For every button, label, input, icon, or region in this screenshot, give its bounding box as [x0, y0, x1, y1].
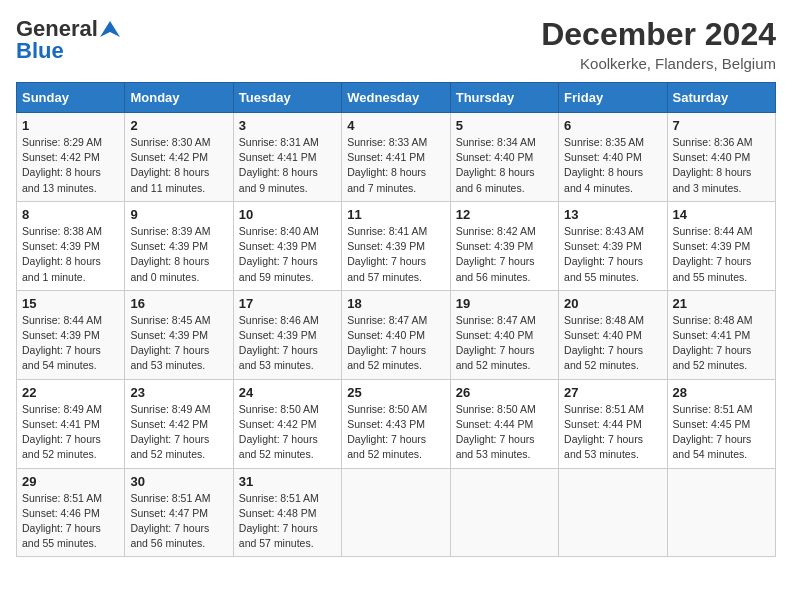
day-info: Sunrise: 8:47 AM Sunset: 4:40 PM Dayligh…	[347, 313, 444, 374]
calendar-cell: 20Sunrise: 8:48 AM Sunset: 4:40 PM Dayli…	[559, 290, 667, 379]
day-number: 23	[130, 385, 227, 400]
weekday-header-thursday: Thursday	[450, 83, 558, 113]
day-info: Sunrise: 8:31 AM Sunset: 4:41 PM Dayligh…	[239, 135, 336, 196]
weekday-header-row: SundayMondayTuesdayWednesdayThursdayFrid…	[17, 83, 776, 113]
day-info: Sunrise: 8:50 AM Sunset: 4:44 PM Dayligh…	[456, 402, 553, 463]
day-info: Sunrise: 8:51 AM Sunset: 4:48 PM Dayligh…	[239, 491, 336, 552]
calendar-cell: 1Sunrise: 8:29 AM Sunset: 4:42 PM Daylig…	[17, 113, 125, 202]
day-info: Sunrise: 8:43 AM Sunset: 4:39 PM Dayligh…	[564, 224, 661, 285]
day-info: Sunrise: 8:50 AM Sunset: 4:43 PM Dayligh…	[347, 402, 444, 463]
day-info: Sunrise: 8:30 AM Sunset: 4:42 PM Dayligh…	[130, 135, 227, 196]
calendar-cell: 8Sunrise: 8:38 AM Sunset: 4:39 PM Daylig…	[17, 201, 125, 290]
calendar-cell	[342, 468, 450, 557]
day-info: Sunrise: 8:34 AM Sunset: 4:40 PM Dayligh…	[456, 135, 553, 196]
logo: General Blue	[16, 16, 120, 64]
calendar-cell: 11Sunrise: 8:41 AM Sunset: 4:39 PM Dayli…	[342, 201, 450, 290]
calendar-cell: 6Sunrise: 8:35 AM Sunset: 4:40 PM Daylig…	[559, 113, 667, 202]
day-number: 16	[130, 296, 227, 311]
calendar-cell: 27Sunrise: 8:51 AM Sunset: 4:44 PM Dayli…	[559, 379, 667, 468]
calendar-cell: 21Sunrise: 8:48 AM Sunset: 4:41 PM Dayli…	[667, 290, 775, 379]
calendar-cell: 28Sunrise: 8:51 AM Sunset: 4:45 PM Dayli…	[667, 379, 775, 468]
calendar-week-row: 8Sunrise: 8:38 AM Sunset: 4:39 PM Daylig…	[17, 201, 776, 290]
day-number: 30	[130, 474, 227, 489]
day-number: 6	[564, 118, 661, 133]
day-number: 12	[456, 207, 553, 222]
calendar-cell: 23Sunrise: 8:49 AM Sunset: 4:42 PM Dayli…	[125, 379, 233, 468]
calendar-cell: 31Sunrise: 8:51 AM Sunset: 4:48 PM Dayli…	[233, 468, 341, 557]
calendar-table: SundayMondayTuesdayWednesdayThursdayFrid…	[16, 82, 776, 557]
day-info: Sunrise: 8:42 AM Sunset: 4:39 PM Dayligh…	[456, 224, 553, 285]
weekday-header-monday: Monday	[125, 83, 233, 113]
day-info: Sunrise: 8:36 AM Sunset: 4:40 PM Dayligh…	[673, 135, 770, 196]
day-number: 18	[347, 296, 444, 311]
day-info: Sunrise: 8:51 AM Sunset: 4:46 PM Dayligh…	[22, 491, 119, 552]
day-info: Sunrise: 8:51 AM Sunset: 4:45 PM Dayligh…	[673, 402, 770, 463]
weekday-header-friday: Friday	[559, 83, 667, 113]
calendar-cell: 3Sunrise: 8:31 AM Sunset: 4:41 PM Daylig…	[233, 113, 341, 202]
calendar-cell	[667, 468, 775, 557]
day-info: Sunrise: 8:46 AM Sunset: 4:39 PM Dayligh…	[239, 313, 336, 374]
title-area: December 2024 Koolkerke, Flanders, Belgi…	[541, 16, 776, 72]
day-number: 11	[347, 207, 444, 222]
day-info: Sunrise: 8:41 AM Sunset: 4:39 PM Dayligh…	[347, 224, 444, 285]
day-number: 8	[22, 207, 119, 222]
day-number: 5	[456, 118, 553, 133]
day-info: Sunrise: 8:48 AM Sunset: 4:40 PM Dayligh…	[564, 313, 661, 374]
weekday-header-saturday: Saturday	[667, 83, 775, 113]
day-number: 7	[673, 118, 770, 133]
day-number: 24	[239, 385, 336, 400]
day-info: Sunrise: 8:51 AM Sunset: 4:44 PM Dayligh…	[564, 402, 661, 463]
calendar-cell: 2Sunrise: 8:30 AM Sunset: 4:42 PM Daylig…	[125, 113, 233, 202]
day-info: Sunrise: 8:45 AM Sunset: 4:39 PM Dayligh…	[130, 313, 227, 374]
day-info: Sunrise: 8:39 AM Sunset: 4:39 PM Dayligh…	[130, 224, 227, 285]
logo-bird-icon	[100, 19, 120, 39]
calendar-cell: 25Sunrise: 8:50 AM Sunset: 4:43 PM Dayli…	[342, 379, 450, 468]
day-number: 21	[673, 296, 770, 311]
calendar-cell: 7Sunrise: 8:36 AM Sunset: 4:40 PM Daylig…	[667, 113, 775, 202]
day-info: Sunrise: 8:35 AM Sunset: 4:40 PM Dayligh…	[564, 135, 661, 196]
weekday-header-wednesday: Wednesday	[342, 83, 450, 113]
day-info: Sunrise: 8:48 AM Sunset: 4:41 PM Dayligh…	[673, 313, 770, 374]
day-info: Sunrise: 8:40 AM Sunset: 4:39 PM Dayligh…	[239, 224, 336, 285]
calendar-week-row: 1Sunrise: 8:29 AM Sunset: 4:42 PM Daylig…	[17, 113, 776, 202]
header: General Blue December 2024 Koolkerke, Fl…	[16, 16, 776, 72]
day-number: 19	[456, 296, 553, 311]
day-number: 2	[130, 118, 227, 133]
day-number: 10	[239, 207, 336, 222]
calendar-cell: 18Sunrise: 8:47 AM Sunset: 4:40 PM Dayli…	[342, 290, 450, 379]
calendar-cell: 14Sunrise: 8:44 AM Sunset: 4:39 PM Dayli…	[667, 201, 775, 290]
day-number: 25	[347, 385, 444, 400]
calendar-cell: 13Sunrise: 8:43 AM Sunset: 4:39 PM Dayli…	[559, 201, 667, 290]
calendar-cell: 16Sunrise: 8:45 AM Sunset: 4:39 PM Dayli…	[125, 290, 233, 379]
day-info: Sunrise: 8:38 AM Sunset: 4:39 PM Dayligh…	[22, 224, 119, 285]
calendar-cell	[450, 468, 558, 557]
calendar-cell: 22Sunrise: 8:49 AM Sunset: 4:41 PM Dayli…	[17, 379, 125, 468]
day-number: 3	[239, 118, 336, 133]
day-number: 14	[673, 207, 770, 222]
day-number: 29	[22, 474, 119, 489]
day-info: Sunrise: 8:51 AM Sunset: 4:47 PM Dayligh…	[130, 491, 227, 552]
day-info: Sunrise: 8:44 AM Sunset: 4:39 PM Dayligh…	[22, 313, 119, 374]
day-number: 17	[239, 296, 336, 311]
month-title: December 2024	[541, 16, 776, 53]
day-info: Sunrise: 8:44 AM Sunset: 4:39 PM Dayligh…	[673, 224, 770, 285]
day-number: 20	[564, 296, 661, 311]
calendar-cell: 15Sunrise: 8:44 AM Sunset: 4:39 PM Dayli…	[17, 290, 125, 379]
location: Koolkerke, Flanders, Belgium	[541, 55, 776, 72]
calendar-cell: 29Sunrise: 8:51 AM Sunset: 4:46 PM Dayli…	[17, 468, 125, 557]
calendar-cell	[559, 468, 667, 557]
day-number: 4	[347, 118, 444, 133]
calendar-cell: 26Sunrise: 8:50 AM Sunset: 4:44 PM Dayli…	[450, 379, 558, 468]
calendar-cell: 4Sunrise: 8:33 AM Sunset: 4:41 PM Daylig…	[342, 113, 450, 202]
day-number: 27	[564, 385, 661, 400]
day-info: Sunrise: 8:49 AM Sunset: 4:42 PM Dayligh…	[130, 402, 227, 463]
day-number: 26	[456, 385, 553, 400]
calendar-cell: 10Sunrise: 8:40 AM Sunset: 4:39 PM Dayli…	[233, 201, 341, 290]
calendar-cell: 19Sunrise: 8:47 AM Sunset: 4:40 PM Dayli…	[450, 290, 558, 379]
calendar-week-row: 29Sunrise: 8:51 AM Sunset: 4:46 PM Dayli…	[17, 468, 776, 557]
day-info: Sunrise: 8:29 AM Sunset: 4:42 PM Dayligh…	[22, 135, 119, 196]
day-number: 22	[22, 385, 119, 400]
weekday-header-tuesday: Tuesday	[233, 83, 341, 113]
day-number: 31	[239, 474, 336, 489]
day-info: Sunrise: 8:50 AM Sunset: 4:42 PM Dayligh…	[239, 402, 336, 463]
